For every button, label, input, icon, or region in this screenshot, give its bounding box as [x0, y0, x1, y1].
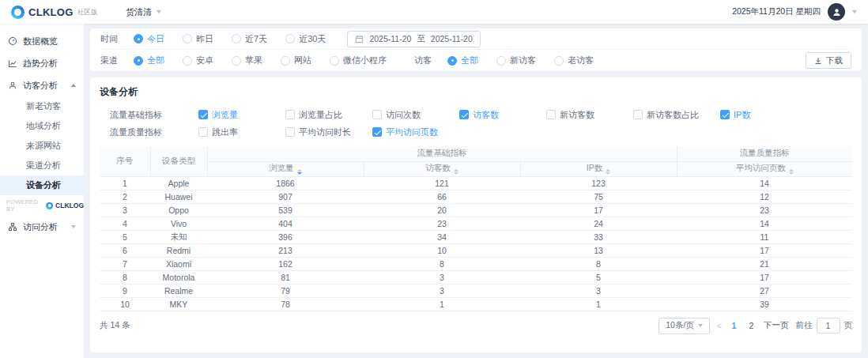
time-option-last30days[interactable]: 近30天: [285, 33, 326, 45]
metric-option-uv[interactable]: 访客数: [459, 109, 546, 121]
cell-pv: 78: [207, 297, 364, 311]
cell-uv: 3: [364, 270, 520, 284]
sort-icon[interactable]: [297, 169, 302, 175]
table-footer: 共 14 条 10条/页 < 1 2 下一页 前往 页: [100, 318, 852, 334]
basic-metrics-row: 流量基础指标 浏览量 浏览量占比 访问次数 访客数 新访客数 新访客数占比 IP…: [100, 106, 852, 123]
col-header-pv[interactable]: 浏览量: [207, 161, 364, 176]
checkbox-icon: [459, 110, 469, 119]
checkbox-icon: [720, 110, 730, 119]
next-page-button[interactable]: 下一页: [764, 320, 789, 331]
sidebar-item-new-old-visitors[interactable]: 新老访客: [0, 96, 84, 116]
metric-option-avg-pages[interactable]: 平均访问页数: [372, 126, 459, 138]
metric-option-ip[interactable]: IP数: [720, 109, 807, 121]
channel-option-website[interactable]: 网站: [281, 55, 311, 66]
sidebar-item-source-website[interactable]: 来源网站: [0, 136, 84, 156]
metric-option-visits[interactable]: 访问次数: [372, 109, 459, 121]
download-button[interactable]: 下载: [806, 52, 851, 69]
page-1-button[interactable]: 1: [729, 321, 739, 330]
powered-by-logo-text: CLKLOG: [55, 202, 84, 209]
channel-option-android[interactable]: 安卓: [183, 55, 213, 66]
basic-metrics-label: 流量基础指标: [110, 109, 198, 121]
avatar[interactable]: [828, 3, 845, 21]
sort-icon[interactable]: [789, 169, 794, 175]
checkbox-icon: [633, 110, 643, 119]
time-option-yesterday[interactable]: 昨日: [183, 33, 213, 45]
edition-badge: 社区版: [77, 8, 98, 17]
time-filter-label: 时间: [100, 33, 118, 45]
channel-option-all[interactable]: 全部: [134, 55, 164, 66]
cell-pv: 79: [207, 284, 364, 297]
sort-icon[interactable]: [606, 169, 610, 175]
metric-option-new-uv[interactable]: 新访客数: [546, 109, 633, 121]
date-separator: 至: [417, 33, 425, 44]
chevron-down-icon: [157, 10, 161, 13]
date-end: 2025-11-20: [431, 34, 473, 43]
table-row: 8Motorola813517: [100, 270, 852, 284]
cell-index: 6: [100, 243, 150, 257]
app-logo: CLKLOG 社区版: [11, 6, 97, 19]
table-row: 10MKY781139: [100, 297, 852, 311]
cell-pv: 162: [207, 257, 364, 270]
visitor-option-new[interactable]: 新访客: [496, 55, 536, 66]
table-row: 4Vivo404232414: [100, 217, 852, 230]
cell-ip: 8: [520, 257, 677, 270]
channel-option-wechat-mini[interactable]: 微信小程序: [330, 55, 387, 66]
visitors-icon: [8, 81, 17, 90]
col-group-basic: 流量基础指标: [207, 146, 677, 161]
visitor-option-returning[interactable]: 老访客: [554, 55, 594, 66]
col-header-uv[interactable]: 访客数: [364, 161, 520, 176]
prev-page-button[interactable]: <: [717, 321, 722, 330]
metric-option-avg-duration[interactable]: 平均访问时长: [285, 126, 372, 138]
visitor-option-all[interactable]: 全部: [447, 55, 478, 66]
gauge-icon: [8, 36, 17, 46]
sort-icon[interactable]: [454, 169, 459, 175]
sidebar-item-trend-analysis[interactable]: 趋势分析: [0, 52, 84, 74]
cell-ip: 5: [520, 270, 677, 284]
radio-icon: [285, 34, 295, 43]
user-menu-chevron-icon[interactable]: [852, 10, 857, 13]
channel-option-ios[interactable]: 苹果: [232, 55, 262, 66]
app-name: CLKLOG: [28, 6, 74, 18]
checkbox-icon: [198, 110, 208, 119]
col-header-avg-pages[interactable]: 平均访问页数: [677, 161, 852, 176]
col-header-ip[interactable]: IP数: [520, 161, 677, 176]
sidebar-item-region-analysis[interactable]: 地域分析: [0, 116, 84, 136]
sidebar-item-visitor-analysis[interactable]: 访客分析: [0, 74, 84, 96]
chevron-down-icon: [698, 324, 703, 327]
cell-index: 8: [100, 270, 150, 284]
cell-ip: 1: [520, 297, 677, 311]
cell-index: 2: [100, 190, 150, 203]
visitor-filter-label: 访客: [414, 55, 432, 66]
channel-filter-label: 渠道: [100, 55, 118, 66]
metric-option-bounce-rate[interactable]: 跳出率: [198, 126, 285, 138]
download-icon: [814, 57, 822, 65]
metric-option-pv-ratio[interactable]: 浏览量占比: [285, 109, 372, 121]
cell-pv: 81: [207, 270, 364, 284]
goto-label: 前往: [796, 320, 813, 331]
cell-pv: 907: [207, 190, 364, 203]
time-option-today[interactable]: 今日: [134, 33, 164, 45]
cell-device: Xiaomi: [150, 257, 207, 270]
sidebar-item-visit-analysis[interactable]: 访问分析: [0, 216, 84, 238]
date-range-picker[interactable]: 2025-11-20 至 2025-11-20: [347, 31, 480, 47]
page-2-button[interactable]: 2: [746, 321, 757, 330]
goto-page-input[interactable]: [817, 318, 840, 334]
cell-ip: 24: [520, 217, 677, 230]
metric-option-new-uv-ratio[interactable]: 新访客数占比: [633, 109, 720, 121]
sidebar-item-device-analysis[interactable]: 设备分析: [0, 175, 84, 195]
project-name: 货清清: [126, 6, 152, 18]
cell-ip: 123: [520, 176, 677, 190]
time-option-last7days[interactable]: 近7天: [232, 33, 267, 45]
project-selector[interactable]: 货清清: [126, 6, 161, 18]
cell-uv: 34: [364, 230, 520, 243]
radio-icon: [232, 34, 241, 43]
metric-option-pv[interactable]: 浏览量: [198, 109, 285, 121]
sidebar-item-channel-analysis[interactable]: 渠道分析: [0, 156, 84, 175]
sidebar-item-data-overview[interactable]: 数据概览: [0, 30, 84, 52]
date-start: 2025-11-20: [369, 34, 411, 43]
col-header-device: 设备类型: [150, 146, 207, 176]
cell-ip: 75: [520, 190, 677, 203]
page-size-select[interactable]: 10条/页: [659, 318, 710, 334]
checkbox-icon: [546, 110, 556, 119]
col-group-quality: 流量质量指标: [677, 146, 852, 161]
